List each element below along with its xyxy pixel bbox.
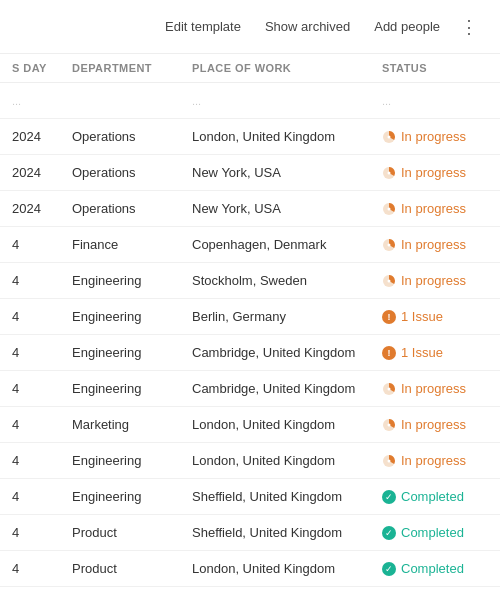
- table-row: 4EngineeringBerlin, Germany!1 Issue: [0, 299, 500, 335]
- cell-status: In progress: [370, 191, 500, 227]
- status-label: Completed: [401, 525, 464, 540]
- cell-department: Engineering: [60, 299, 180, 335]
- table-row: 4MarketingLondon, United Kingdom In prog…: [0, 407, 500, 443]
- svg-point-3: [388, 171, 391, 174]
- status-badge: !1 Issue: [382, 309, 488, 324]
- table-row: 4EngineeringCambridge, United Kingdom In…: [0, 371, 500, 407]
- cell-place: Copenhagen, Denmark: [180, 227, 370, 263]
- cell-place: Cambridge, United Kingdom: [180, 371, 370, 407]
- cell-place: Sheffield, United Kingdom: [180, 515, 370, 551]
- cell-place: Berlin, Germany: [180, 299, 370, 335]
- cell-status: ...: [370, 83, 500, 119]
- cell-department: Product: [60, 515, 180, 551]
- status-label: 1 Issue: [401, 345, 443, 360]
- status-badge: In progress: [382, 453, 488, 468]
- completed-icon: ✓: [382, 562, 396, 576]
- cell-status: In progress: [370, 227, 500, 263]
- table-row: 4EngineeringLondon, United Kingdom In pr…: [0, 443, 500, 479]
- cell-place: Stockholm, Sweden: [180, 263, 370, 299]
- cell-day: 4: [0, 263, 60, 299]
- cell-status: In progress: [370, 263, 500, 299]
- cell-place: Cambridge, United Kingdom: [180, 335, 370, 371]
- cell-status: In progress: [370, 119, 500, 155]
- status-label: In progress: [401, 273, 466, 288]
- completed-icon: ✓: [382, 526, 396, 540]
- cell-department: Operations: [60, 155, 180, 191]
- status-badge: In progress: [382, 129, 488, 144]
- in-progress-icon: [382, 274, 396, 288]
- cell-day: 2024: [0, 119, 60, 155]
- add-people-button[interactable]: Add people: [364, 14, 450, 39]
- status-label: In progress: [401, 165, 466, 180]
- cell-place: ...: [180, 83, 370, 119]
- cell-status: ✓Completed: [370, 479, 500, 515]
- in-progress-icon: [382, 418, 396, 432]
- status-badge: In progress: [382, 273, 488, 288]
- edit-template-button[interactable]: Edit template: [155, 14, 251, 39]
- col-header-status: STATUS: [370, 54, 500, 83]
- cell-place: London, United Kingdom: [180, 551, 370, 587]
- cell-place: London, United Kingdom: [180, 407, 370, 443]
- table-row: 4EngineeringStockholm, Sweden In progres…: [0, 263, 500, 299]
- status-badge: ✓Completed: [382, 561, 488, 576]
- in-progress-icon: [382, 202, 396, 216]
- cell-day: 4: [0, 227, 60, 263]
- col-header-day: S DAY: [0, 54, 60, 83]
- issue-icon: !: [382, 346, 396, 360]
- cell-place: New York, USA: [180, 155, 370, 191]
- cell-department: Engineering: [60, 443, 180, 479]
- in-progress-icon: [382, 130, 396, 144]
- cell-department: Engineering: [60, 335, 180, 371]
- cell-department: Engineering: [60, 371, 180, 407]
- cell-department: Marketing: [60, 407, 180, 443]
- status-label: In progress: [401, 201, 466, 216]
- col-header-place: PLACE OF WORK: [180, 54, 370, 83]
- status-badge: !1 Issue: [382, 345, 488, 360]
- cell-status: ✓Completed: [370, 551, 500, 587]
- status-label: In progress: [401, 129, 466, 144]
- status-badge: In progress: [382, 165, 488, 180]
- cell-day: 4: [0, 335, 60, 371]
- status-label: In progress: [401, 417, 466, 432]
- table-row: .........: [0, 83, 500, 119]
- cell-place: London, United Kingdom: [180, 443, 370, 479]
- cell-department: Finance: [60, 227, 180, 263]
- in-progress-icon: [382, 238, 396, 252]
- cell-status: !1 Issue: [370, 335, 500, 371]
- cell-status: In progress: [370, 155, 500, 191]
- in-progress-icon: [382, 166, 396, 180]
- toolbar: Edit template Show archived Add people ⋮: [0, 0, 500, 54]
- completed-icon: ✓: [382, 490, 396, 504]
- cell-place: New York, USA: [180, 191, 370, 227]
- svg-point-13: [388, 423, 391, 426]
- status-label: In progress: [401, 381, 466, 396]
- cell-status: In progress: [370, 371, 500, 407]
- more-options-button[interactable]: ⋮: [454, 16, 484, 38]
- cell-day: 4: [0, 299, 60, 335]
- cell-day: 4: [0, 371, 60, 407]
- cell-status: In progress: [370, 407, 500, 443]
- cell-department: Engineering: [60, 479, 180, 515]
- col-header-department: DEPARTMENT: [60, 54, 180, 83]
- cell-department: [60, 83, 180, 119]
- cell-status: ✓Completed: [370, 515, 500, 551]
- svg-point-11: [388, 387, 391, 390]
- status-badge: ✓Completed: [382, 525, 488, 540]
- svg-point-15: [388, 459, 391, 462]
- cell-department: Product: [60, 551, 180, 587]
- main-table: S DAY DEPARTMENT PLACE OF WORK STATUS ..…: [0, 54, 500, 587]
- table-row: 4ProductLondon, United Kingdom✓Completed: [0, 551, 500, 587]
- svg-point-5: [388, 207, 391, 210]
- status-label: In progress: [401, 237, 466, 252]
- status-badge: In progress: [382, 237, 488, 252]
- cell-day: 4: [0, 479, 60, 515]
- status-badge: In progress: [382, 417, 488, 432]
- cell-department: Engineering: [60, 263, 180, 299]
- cell-department: Operations: [60, 191, 180, 227]
- cell-status: !1 Issue: [370, 299, 500, 335]
- show-archived-button[interactable]: Show archived: [255, 14, 360, 39]
- table-row: 4EngineeringCambridge, United Kingdom!1 …: [0, 335, 500, 371]
- table-row: 4FinanceCopenhagen, Denmark In progress: [0, 227, 500, 263]
- status-label: In progress: [401, 453, 466, 468]
- status-badge: ✓Completed: [382, 489, 488, 504]
